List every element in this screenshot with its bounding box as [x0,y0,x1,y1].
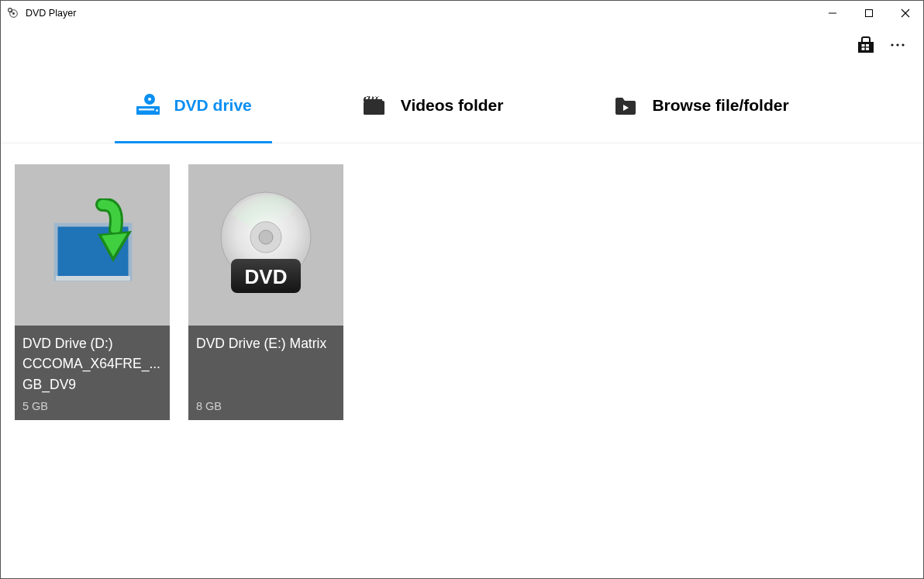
svg-rect-8 [858,42,874,53]
drive-thumbnail [15,164,170,326]
app-icon [7,7,19,19]
drive-name: DVD Drive (E:) Matrix [196,333,336,353]
minimize-button[interactable] [814,1,850,26]
top-toolbar [1,26,923,67]
dvd-drive-icon [135,94,161,117]
drives-grid: DVD Drive (D:) CCCOMA_X64FRE_... GB_DV9 … [1,143,923,578]
svg-rect-19 [139,109,154,111]
close-button[interactable] [887,1,923,26]
drive-tile[interactable]: DVD Drive (D:) CCCOMA_X64FRE_... GB_DV9 … [15,164,170,420]
svg-rect-10 [866,44,869,47]
drive-thumbnail: DVD [188,164,343,326]
window-controls [814,1,923,26]
svg-rect-11 [862,48,865,50]
tab-browse-label: Browse file/folder [652,96,788,115]
titlebar-left: DVD Player [1,7,76,19]
app-window: DVD Player [0,0,924,579]
svg-rect-9 [862,44,865,47]
drive-tile[interactable]: DVD DVD Drive (E:) Matrix 8 GB [188,164,343,420]
svg-point-1 [12,12,15,15]
drive-info: DVD Drive (E:) Matrix 8 GB [188,326,343,420]
dvd-disc-icon: DVD [208,183,324,307]
drive-size: 5 GB [22,400,162,414]
tab-dvd-drive[interactable]: DVD drive [115,67,271,143]
browse-folder-icon [613,94,640,117]
install-disc-icon [42,198,143,291]
store-icon[interactable] [857,36,875,57]
svg-text:DVD: DVD [245,265,288,288]
tab-browse[interactable]: Browse file/folder [593,67,808,143]
drive-size: 8 GB [196,400,336,414]
svg-line-3 [11,11,12,12]
maximize-button[interactable] [850,1,887,26]
svg-rect-35 [56,276,130,281]
titlebar: DVD Player [1,1,923,26]
svg-rect-21 [364,102,384,115]
window-title: DVD Player [26,8,76,19]
tab-dvd-drive-label: DVD drive [174,96,251,115]
more-icon[interactable] [886,36,909,57]
svg-point-14 [896,43,898,46]
tab-videos-folder[interactable]: Videos folder [342,67,524,143]
drive-name: DVD Drive (D:) CCCOMA_X64FRE_... GB_DV9 [22,333,162,395]
svg-point-17 [148,98,151,101]
svg-point-20 [156,109,158,112]
drive-info: DVD Drive (D:) CCCOMA_X64FRE_... GB_DV9 … [15,326,170,420]
svg-rect-12 [866,48,869,50]
videos-folder-icon [362,94,388,117]
tabs: DVD drive [1,67,923,143]
svg-rect-5 [865,10,872,17]
svg-point-15 [902,43,904,46]
svg-point-40 [259,230,273,244]
tab-videos-folder-label: Videos folder [401,96,504,115]
svg-point-13 [891,43,893,46]
